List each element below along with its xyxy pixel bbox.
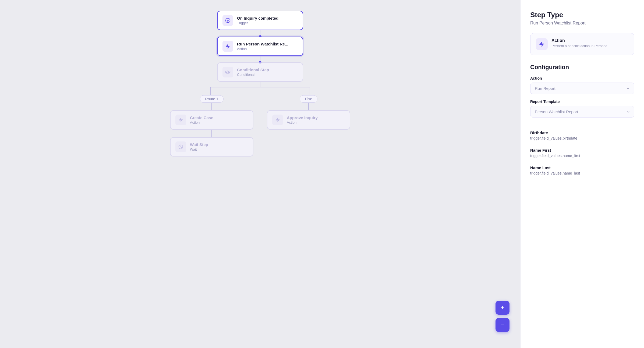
config-field-name: Name First: [530, 148, 634, 152]
config-field-name: Birthdate: [530, 130, 634, 135]
action-active-node[interactable]: Run Person Watchlist Re... Action: [217, 37, 303, 56]
svg-rect-3: [229, 71, 230, 73]
config-fields: Birthdatetrigger.field_values.birthdateN…: [530, 130, 634, 175]
conditional-node-subtitle: Conditional: [237, 73, 269, 77]
config-field-value: trigger.field_values.name_first: [530, 154, 634, 158]
create-case-title: Create Case: [190, 115, 213, 120]
approve-inquiry-title: Approve Inquiry: [287, 115, 318, 120]
trigger-icon: P: [222, 15, 233, 26]
approve-inquiry-node[interactable]: Approve Inquiry Action: [267, 110, 350, 130]
report-template-select[interactable]: Person Watchlist Report: [530, 106, 634, 118]
wait-step-subtitle: Wait: [190, 147, 208, 151]
fab-container: + −: [496, 301, 509, 332]
config-field-name: Name Last: [530, 165, 634, 170]
config-field-value: trigger.field_values.name_last: [530, 171, 634, 175]
action-select[interactable]: Run Report: [530, 83, 634, 94]
trigger-node-subtitle: Trigger: [237, 21, 278, 25]
create-case-icon: [175, 115, 186, 125]
workflow-canvas: P On Inquiry completed Trigger Run Perso…: [0, 0, 520, 348]
create-case-node[interactable]: Create Case Action: [170, 110, 253, 130]
wait-step-icon: [175, 141, 186, 152]
branch-section: Route 1 Create Case Action: [163, 82, 357, 157]
report-template-field-label: Report Template: [530, 100, 634, 104]
flow-container: P On Inquiry completed Trigger Run Perso…: [163, 11, 357, 157]
step-type-name: Run Person Watchlist Report: [530, 21, 634, 26]
trigger-node-title: On Inquiry completed: [237, 16, 278, 20]
right-panel: Step Type Run Person Watchlist Report Ac…: [520, 0, 644, 348]
approve-inquiry-icon: [272, 115, 283, 125]
else-col: Else Approve Inquiry Action: [264, 95, 353, 157]
approve-inquiry-subtitle: Action: [287, 120, 318, 125]
svg-text:P: P: [227, 19, 229, 22]
step-type-card-icon: [536, 38, 548, 50]
configuration-heading: Configuration: [530, 64, 634, 71]
wait-step-node[interactable]: Wait Step Wait: [170, 137, 253, 157]
config-field-group: Name Firsttrigger.field_values.name_firs…: [530, 148, 634, 158]
connector-2: [260, 56, 260, 62]
svg-rect-2: [226, 71, 227, 73]
action-node-subtitle: Action: [237, 47, 288, 51]
else-label[interactable]: Else: [300, 95, 317, 103]
config-field-group: Birthdatetrigger.field_values.birthdate: [530, 130, 634, 140]
action-field-label: Action: [530, 76, 634, 80]
config-field-value: trigger.field_values.birthdate: [530, 136, 634, 140]
step-type-card: Action Perform a specific action in Pers…: [530, 33, 634, 55]
minus-button[interactable]: −: [496, 318, 509, 332]
route1-label[interactable]: Route 1: [200, 95, 223, 103]
create-case-subtitle: Action: [190, 120, 213, 125]
action-icon: [222, 41, 233, 52]
step-type-card-subtitle: Perform a specific action in Persona: [551, 44, 607, 48]
route1-col: Route 1 Create Case Action: [167, 95, 256, 157]
conditional-icon: [222, 67, 233, 77]
config-field-group: Name Lasttrigger.field_values.name_last: [530, 165, 634, 175]
add-button[interactable]: +: [496, 301, 509, 315]
conditional-node[interactable]: Conditional Step Conditional: [217, 62, 303, 82]
step-type-heading: Step Type: [530, 11, 634, 19]
action-node-title: Run Person Watchlist Re...: [237, 42, 288, 46]
conditional-node-title: Conditional Step: [237, 68, 269, 72]
step-type-card-title: Action: [551, 38, 607, 43]
trigger-node[interactable]: P On Inquiry completed Trigger: [217, 11, 303, 30]
wait-step-title: Wait Step: [190, 142, 208, 147]
connector-1: [260, 30, 260, 37]
